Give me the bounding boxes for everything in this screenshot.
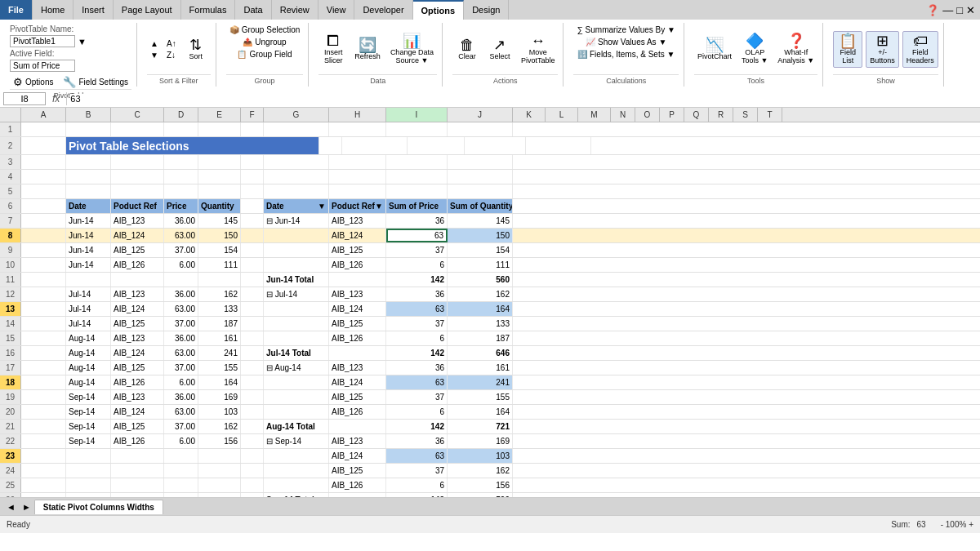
cell-I21-total[interactable]: 142	[386, 420, 448, 433]
prev-sheet-icon[interactable]: ◄	[3, 500, 19, 513]
cell-C18[interactable]: AIB_126	[111, 375, 164, 389]
col-I[interactable]: I	[386, 108, 448, 122]
row-num-13[interactable]: 13	[0, 302, 21, 316]
cell-G12[interactable]: ⊟ Jul-14	[264, 287, 329, 301]
row-num-8[interactable]: 8	[0, 229, 21, 242]
cell-H23[interactable]: AIB_124	[329, 449, 386, 463]
cell-E12[interactable]: 162	[198, 287, 241, 301]
cell-D15[interactable]: 36.00	[164, 331, 198, 345]
col-H[interactable]: H	[329, 108, 386, 122]
cell-B1[interactable]	[66, 122, 111, 136]
pivottable-name-input[interactable]	[10, 35, 75, 47]
cell-B8[interactable]: Jun-14	[66, 229, 111, 242]
sort-asc-icon-btn[interactable]: ▲	[147, 38, 162, 49]
olap-tools-button[interactable]: 🔷 OLAPTools ▼	[738, 32, 771, 67]
col-B[interactable]: B	[66, 108, 111, 122]
cell-H14[interactable]: AIB_125	[329, 317, 386, 331]
row-num-9[interactable]: 9	[0, 243, 21, 257]
cell-J11-total[interactable]: 560	[448, 273, 513, 287]
cell-C10[interactable]: AIB_126	[111, 258, 164, 272]
insert-slicer-button[interactable]: ⧠ InsertSlicer	[318, 32, 348, 67]
cell-I26-total[interactable]: 142	[386, 493, 448, 497]
cell-J18[interactable]: 241	[448, 375, 513, 389]
col-D[interactable]: D	[164, 108, 198, 122]
cell-C8[interactable]: AIB_124	[111, 229, 164, 242]
cell-J26-total[interactable]: 590	[448, 493, 513, 497]
cell-I9[interactable]: 37	[386, 243, 448, 257]
sort-button[interactable]: ⇅ Sort	[181, 36, 211, 63]
cell-J14[interactable]: 133	[448, 317, 513, 331]
cell-C16[interactable]: AIB_124	[111, 346, 164, 360]
tab-options[interactable]: Options	[413, 0, 465, 20]
what-if-button[interactable]: ❓ What-IfAnalysis ▼	[774, 32, 817, 67]
cell-reference-box[interactable]	[3, 92, 46, 105]
clear-button[interactable]: 🗑 Clear	[452, 36, 482, 63]
row-num-2[interactable]: 2	[0, 137, 21, 154]
cell-J22[interactable]: 169	[448, 434, 513, 448]
cell-C20[interactable]: AIB_124	[111, 405, 164, 419]
col-P[interactable]: P	[660, 108, 684, 122]
filter-dropdown-product[interactable]: ▼	[375, 202, 383, 211]
cell-H10[interactable]: AIB_126	[329, 258, 386, 272]
group-selection-button[interactable]: 📦 Group Selection	[226, 24, 304, 35]
cell-B21[interactable]: Sep-14	[66, 420, 111, 433]
col-A[interactable]: A	[21, 108, 66, 122]
show-values-button[interactable]: 📈 Show Values As ▼	[582, 37, 670, 47]
cell-J17[interactable]: 161	[448, 361, 513, 375]
header-product-ref-left[interactable]: Poduct Ref	[111, 199, 164, 213]
cell-E20[interactable]: 103	[198, 405, 241, 419]
cell-I23[interactable]: 63	[386, 449, 448, 463]
cell-I25[interactable]: 6	[386, 478, 448, 492]
field-settings-button[interactable]: 🔧 Field Settings	[60, 75, 131, 89]
row-num-22[interactable]: 22	[0, 434, 21, 448]
cell-G16-total[interactable]: Jul-14 Total	[264, 346, 329, 360]
row-num-25[interactable]: 25	[0, 478, 21, 492]
cell-B10[interactable]: Jun-14	[66, 258, 111, 272]
cell-B20[interactable]: Sep-14	[66, 405, 111, 419]
cell-G2[interactable]	[342, 137, 408, 154]
col-J[interactable]: J	[448, 108, 513, 122]
cell-H8[interactable]: AIB_124	[329, 229, 386, 242]
cell-I8[interactable]: 63	[386, 229, 448, 242]
za-sort-btn[interactable]: Z↓	[163, 50, 180, 60]
row-num-15[interactable]: 15	[0, 331, 21, 345]
cell-E13[interactable]: 133	[198, 302, 241, 316]
row-num-10[interactable]: 10	[0, 258, 21, 272]
cell-G11-total[interactable]: Jun-14 Total	[264, 273, 329, 287]
cell-J20[interactable]: 164	[448, 405, 513, 419]
col-C[interactable]: C	[111, 108, 164, 122]
cell-J7[interactable]: 145	[448, 214, 513, 228]
cell-D17[interactable]: 37.00	[164, 361, 198, 375]
cell-I16-total[interactable]: 142	[386, 346, 448, 360]
row-num-23[interactable]: 23	[0, 449, 21, 463]
cell-H18[interactable]: AIB_124	[329, 375, 386, 389]
zoom-out-icon[interactable]: -	[941, 520, 943, 529]
change-data-source-button[interactable]: 📊 Change DataSource ▼	[387, 32, 437, 67]
cell-I15[interactable]: 6	[386, 331, 448, 345]
cell-H12[interactable]: AIB_123	[329, 287, 386, 301]
cell-D22[interactable]: 6.00	[164, 434, 198, 448]
header-sum-price[interactable]: Sum of Price	[386, 199, 448, 213]
cell-C19[interactable]: AIB_123	[111, 390, 164, 404]
cell-B16[interactable]: Aug-14	[66, 346, 111, 360]
cell-H20[interactable]: AIB_126	[329, 405, 386, 419]
cell-F2[interactable]	[319, 137, 342, 154]
cell-C22[interactable]: AIB_126	[111, 434, 164, 448]
cell-D12[interactable]: 36.00	[164, 287, 198, 301]
move-pivottable-button[interactable]: ↔ MovePivotTable	[518, 32, 559, 67]
cell-G22[interactable]: ⊟ Sep-14	[264, 434, 329, 448]
minimize-icon[interactable]: —	[942, 4, 953, 16]
tab-formulas[interactable]: Formulas	[181, 0, 236, 20]
cell-C7[interactable]: AIB_123	[111, 214, 164, 228]
cell-I7[interactable]: 36	[386, 214, 448, 228]
cell-B17[interactable]: Aug-14	[66, 361, 111, 375]
cell-F1[interactable]	[241, 122, 264, 136]
row-num-19[interactable]: 19	[0, 390, 21, 404]
row-num-16[interactable]: 16	[0, 346, 21, 360]
cell-G10[interactable]	[264, 258, 329, 272]
cell-H22[interactable]: AIB_123	[329, 434, 386, 448]
row-num-18[interactable]: 18	[0, 375, 21, 389]
row-num-4[interactable]: 4	[0, 170, 21, 184]
cell-I17[interactable]: 36	[386, 361, 448, 375]
cell-D10[interactable]: 6.00	[164, 258, 198, 272]
